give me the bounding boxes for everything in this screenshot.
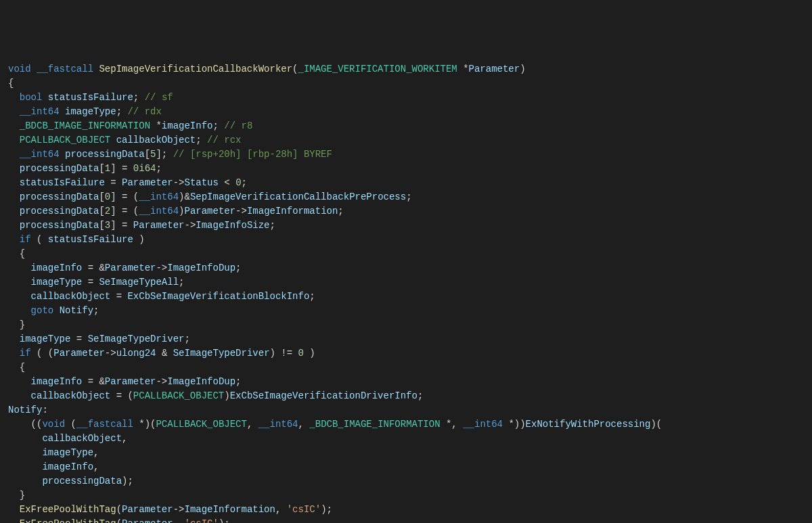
code-line[interactable]: processingData[0] = (__int64)&SepImageVe… <box>8 190 804 204</box>
code-line[interactable]: goto Notify; <box>8 304 804 318</box>
function-name: SepImageVerificationCallbackWorker <box>99 64 292 74</box>
code-line[interactable]: if ( (Parameter->ulong24 & SeImageTypeDr… <box>8 346 804 361</box>
code-line[interactable]: bool statusIsFailure; // sf <box>8 91 804 105</box>
code-line[interactable]: { <box>8 361 804 375</box>
code-line[interactable]: imageType, <box>8 446 804 460</box>
code-line[interactable]: void __fastcall SepImageVerificationCall… <box>8 62 804 76</box>
code-line[interactable]: callbackObject = (PCALLBACK_OBJECT)ExCbS… <box>8 389 804 403</box>
code-line[interactable]: __int64 processingData[5]; // [rsp+20h] … <box>8 147 804 162</box>
code-line[interactable]: processingData); <box>8 474 804 488</box>
code-line[interactable]: ExFreePoolWithTag(Parameter->ImageInform… <box>8 503 804 517</box>
code-line[interactable]: { <box>8 76 804 91</box>
code-line[interactable]: _BDCB_IMAGE_INFORMATION *imageInfo; // r… <box>8 119 804 133</box>
code-line[interactable]: processingData[3] = Parameter->ImageInfo… <box>8 219 804 233</box>
code-line[interactable]: processingData[1] = 0i64; <box>8 162 804 176</box>
code-line[interactable]: Notify: <box>8 403 804 417</box>
code-line[interactable]: } <box>8 318 804 332</box>
code-line[interactable]: { <box>8 247 804 261</box>
code-line[interactable]: processingData[2] = (__int64)Parameter->… <box>8 204 804 219</box>
code-line[interactable]: ((void (__fastcall *)(PCALLBACK_OBJECT, … <box>8 417 804 432</box>
code-block: void __fastcall SepImageVerificationCall… <box>8 62 804 523</box>
code-line[interactable]: imageType = SeImageTypeDriver; <box>8 332 804 346</box>
code-line[interactable]: callbackObject, <box>8 432 804 446</box>
code-line[interactable]: PCALLBACK_OBJECT callbackObject; // rcx <box>8 133 804 147</box>
code-line[interactable]: __int64 imageType; // rdx <box>8 105 804 119</box>
code-line[interactable]: ExFreePoolWithTag(Parameter, 'csIC'); <box>8 517 804 523</box>
code-line[interactable]: } <box>8 488 804 503</box>
code-line[interactable]: callbackObject = ExCbSeImageVerification… <box>8 290 804 304</box>
code-line[interactable]: imageInfo = &Parameter->ImageInfoDup; <box>8 375 804 389</box>
code-line[interactable]: imageInfo = &Parameter->ImageInfoDup; <box>8 261 804 275</box>
code-line[interactable]: statusIsFailure = Parameter->Status < 0; <box>8 176 804 190</box>
code-line[interactable]: imageInfo, <box>8 460 804 474</box>
code-line[interactable]: if ( statusIsFailure ) <box>8 233 804 247</box>
code-line[interactable]: imageType = SeImageTypeAll; <box>8 275 804 290</box>
